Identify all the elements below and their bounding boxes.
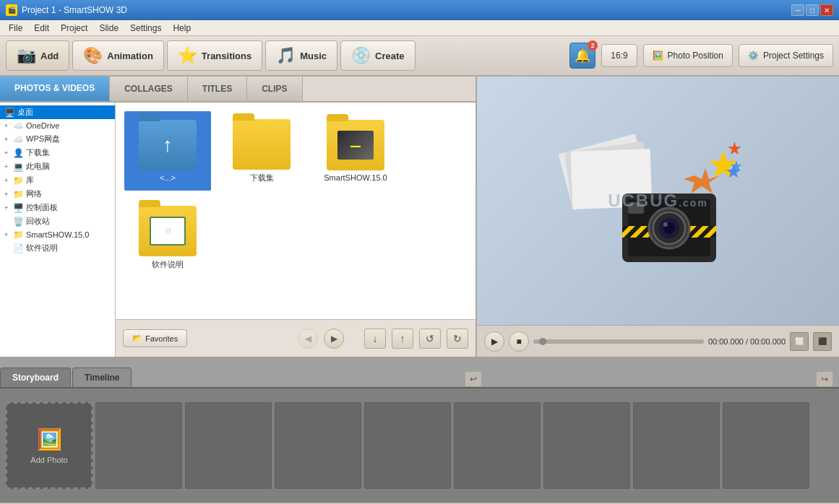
doc-icon: 📄 — [13, 243, 23, 253]
folder-icon: 📁 — [13, 189, 23, 199]
folder-icon-software: 📄 — [139, 206, 197, 256]
disc-icon: 💿 — [351, 46, 371, 65]
forward-nav-button[interactable]: ▶ — [324, 329, 344, 349]
toolbar-right: 🔔 2 16:9 🖼️ Photo Position ⚙️ Project Se… — [569, 43, 833, 69]
rotate-right-button[interactable]: ↻ — [447, 329, 468, 349]
file-grid: ↑ <...> 下载集 ▬▬ SmartSHOW.15.0 — [116, 103, 476, 319]
tab-bar: PHOTOS & VIDEOS COLLAGES TITLES CLIPS — [0, 77, 476, 103]
play-button[interactable]: ▶ — [484, 331, 504, 352]
tab-collages[interactable]: COLLAGES — [110, 77, 188, 101]
bottom-tabs: Storyboard Timeline ↩ ↪ — [0, 357, 839, 387]
file-item-software-desc[interactable]: 📄 软件说明 — [124, 198, 211, 277]
cloud-icon: ☁️ — [13, 134, 23, 144]
stop-button[interactable]: ■ — [509, 331, 529, 352]
tree-sidebar: 🖥️ 桌面 + ☁️ OneDrive + ☁️ WPS网盘 + 👤 下载集 — [0, 103, 116, 357]
story-slot-6[interactable] — [543, 402, 630, 489]
story-slot-4[interactable] — [364, 402, 451, 489]
animation-button[interactable]: 🎨 Animation — [72, 40, 164, 71]
view-normal-button[interactable]: ⬜ — [790, 332, 809, 351]
menu-edit[interactable]: Edit — [28, 22, 55, 35]
create-button[interactable]: 💿 Create — [340, 40, 415, 71]
tree-item-computer[interactable]: + 💻 此电脑 — [0, 160, 115, 173]
star-icon: 📂 — [132, 334, 142, 343]
file-browser: ↑ <...> 下载集 ▬▬ SmartSHOW.15.0 — [116, 103, 476, 357]
computer-icon: 💻 — [13, 162, 23, 172]
notification-button[interactable]: 🔔 2 — [569, 43, 595, 69]
tree-item-smartshow[interactable]: + 📁 SmartSHOW.15.0 — [0, 228, 115, 241]
maximize-button[interactable]: □ — [806, 4, 819, 16]
file-item-back[interactable]: ↑ <...> — [124, 111, 211, 191]
tab-storyboard[interactable]: Storyboard — [0, 368, 71, 387]
move-down-button[interactable]: ↓ — [364, 329, 386, 349]
folder-icon-smartshow: ▬▬ — [327, 120, 384, 170]
tree-item-library[interactable]: + 📁 库 — [0, 173, 115, 187]
tree-item-wps[interactable]: + ☁️ WPS网盘 — [0, 132, 115, 146]
time-display: 00:00.000 / 00:00.000 — [708, 337, 786, 346]
expander-icon: + — [4, 149, 13, 157]
tab-timeline[interactable]: Timeline — [72, 368, 132, 387]
menu-slide[interactable]: Slide — [93, 22, 124, 35]
folder-content-preview: ▬▬ — [337, 131, 374, 160]
back-folder-icon: ↑ — [139, 120, 197, 170]
tree-item-recycle[interactable]: 🗑️ 回收站 — [0, 214, 115, 228]
left-content: 🖥️ 桌面 + ☁️ OneDrive + ☁️ WPS网盘 + 👤 下载集 — [0, 103, 476, 357]
move-up-button[interactable]: ↑ — [392, 329, 413, 349]
palette-icon: 🎨 — [83, 46, 103, 65]
back-nav-button[interactable]: ◀ — [298, 329, 318, 349]
ratio-button[interactable]: 16:9 — [601, 44, 637, 67]
redo-button[interactable]: ↪ — [816, 371, 833, 387]
add-button[interactable]: 📷 Add — [6, 40, 69, 71]
expander-icon: + — [4, 163, 13, 170]
file-item-smartshow[interactable]: ▬▬ SmartSHOW.15.0 — [312, 111, 399, 191]
tab-photos-videos[interactable]: PHOTOS & VIDEOS — [0, 77, 110, 101]
file-item-downloads[interactable]: 下载集 — [218, 111, 305, 191]
story-slot-8[interactable] — [723, 402, 809, 489]
menu-settings[interactable]: Settings — [124, 22, 167, 35]
music-icon: 🎵 — [276, 46, 296, 65]
transitions-button[interactable]: ⭐ Transitions — [167, 40, 262, 71]
titlebar: 🎬 Project 1 - SmartSHOW 3D ─ □ ✕ — [0, 0, 839, 20]
story-slot-5[interactable] — [454, 402, 541, 489]
tab-clips[interactable]: CLIPS — [247, 77, 302, 101]
window-title: Project 1 - SmartSHOW 3D — [22, 5, 791, 15]
undo-button[interactable]: ↩ — [465, 371, 482, 387]
svg-point-12 — [663, 222, 668, 227]
tree-item-controlpanel[interactable]: + 🖥️ 控制面板 — [0, 201, 115, 214]
story-slot-2[interactable] — [185, 402, 272, 489]
tree-item-onedrive[interactable]: + ☁️ OneDrive — [0, 119, 115, 132]
cloud-icon: ☁️ — [13, 121, 23, 131]
tree-item-desktop[interactable]: 🖥️ 桌面 — [0, 105, 115, 119]
story-slot-7[interactable] — [633, 402, 720, 489]
preview-panel: UCBUG.com — [477, 77, 839, 357]
menu-help[interactable]: Help — [167, 22, 197, 35]
add-photo-slot[interactable]: 🖼️ Add Photo — [6, 402, 92, 489]
tree-item-network[interactable]: + 📁 网络 — [0, 187, 115, 201]
photo-position-icon: 🖼️ — [653, 51, 663, 61]
gear-icon: ⚙️ — [748, 51, 759, 61]
rotate-button[interactable]: ↺ — [419, 329, 441, 349]
close-button[interactable]: ✕ — [820, 4, 833, 16]
menubar: File Edit Project Slide Settings Help — [0, 20, 839, 36]
view-fullscreen-button[interactable]: ⬛ — [813, 332, 832, 351]
minimize-button[interactable]: ─ — [791, 4, 804, 16]
project-settings-button[interactable]: ⚙️ Project Settings — [739, 44, 833, 67]
notification-badge: 2 — [588, 40, 598, 51]
progress-thumb[interactable] — [539, 338, 546, 345]
tree-item-downloads[interactable]: + 👤 下载集 — [0, 146, 115, 160]
story-slot-1[interactable] — [95, 402, 182, 489]
music-button[interactable]: 🎵 Music — [265, 40, 337, 71]
tab-titles[interactable]: TITLES — [188, 77, 247, 101]
bottom-controls: 📂 Favorites ◀ ▶ ↓ ↑ ↺ ↻ — [116, 319, 476, 357]
favorites-button[interactable]: 📂 Favorites — [123, 329, 187, 347]
expander-icon: + — [4, 191, 13, 198]
menu-file[interactable]: File — [3, 22, 28, 35]
add-photo-label: Add Photo — [30, 456, 67, 464]
expander-icon: + — [4, 177, 13, 184]
controlpanel-icon: 🖥️ — [13, 203, 23, 213]
svg-marker-15 — [728, 142, 741, 155]
tree-item-software-desc[interactable]: 📄 软件说明 — [0, 241, 115, 255]
menu-project[interactable]: Project — [55, 22, 93, 35]
story-slot-3[interactable] — [275, 402, 361, 489]
progress-bar[interactable] — [533, 339, 704, 344]
photo-position-button[interactable]: 🖼️ Photo Position — [643, 44, 733, 67]
